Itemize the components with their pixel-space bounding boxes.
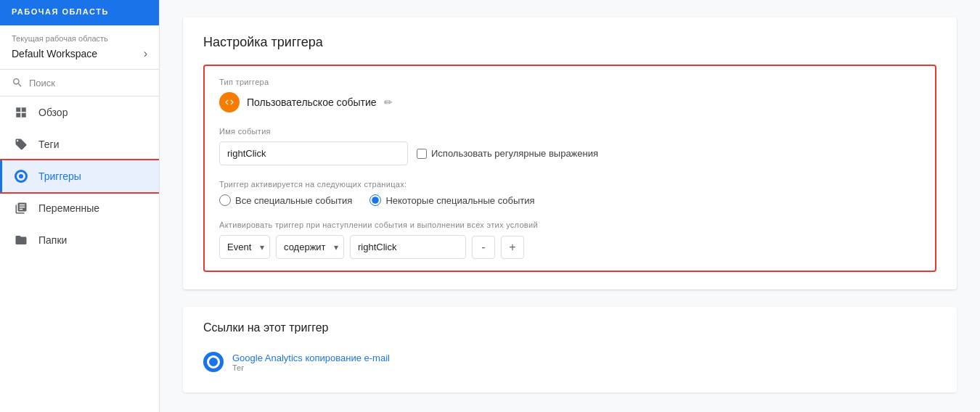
sidebar-item-triggers[interactable]: Триггеры — [0, 160, 159, 192]
linked-tag-type: Тег — [232, 363, 390, 372]
sidebar-item-label-triggers: Триггеры — [38, 170, 81, 182]
condition-operator-wrapper: содержит — [276, 235, 344, 259]
triggers-icon — [14, 169, 28, 184]
radio-some-text: Некоторые специальные события — [385, 195, 534, 206]
radio-group: Все специальные события Некоторые специа… — [219, 194, 920, 206]
search-placeholder: Поиск — [29, 78, 55, 88]
panel-title: Настройка триггера — [203, 35, 936, 50]
sidebar-item-folders[interactable]: Папки — [0, 224, 159, 256]
event-name-group: Имя события Использовать регулярные выра… — [219, 127, 920, 165]
fires-label: Триггер активируется на следующих страни… — [219, 180, 920, 189]
trigger-type-row: Пользовательское событие ✏ — [219, 92, 920, 112]
search-bar[interactable]: Поиск — [0, 70, 159, 96]
sidebar-item-overview[interactable]: Обзор — [0, 96, 159, 128]
linked-tag-icon — [203, 352, 224, 372]
chevron-right-icon: › — [144, 47, 147, 60]
folders-icon — [14, 233, 28, 247]
trigger-type-name: Пользовательское событие — [247, 96, 377, 108]
list-item: Google Analytics копирование e-mail Тег — [203, 346, 936, 378]
event-name-row: Использовать регулярные выражения — [219, 141, 920, 165]
link-item-info: Google Analytics копирование e-mail Тег — [232, 353, 390, 372]
add-condition-button[interactable]: + — [501, 236, 524, 259]
linked-tag-name[interactable]: Google Analytics копирование e-mail — [232, 353, 390, 363]
nav-items: Обзор Теги Триггеры Переменные — [0, 96, 159, 412]
condition-field-wrapper: Event — [219, 235, 270, 259]
condition-section: Активировать триггер при наступлении соб… — [219, 221, 920, 259]
condition-label: Активировать триггер при наступлении соб… — [219, 221, 920, 229]
remove-condition-button[interactable]: - — [472, 236, 495, 259]
sidebar-item-label-variables: Переменные — [38, 202, 99, 214]
condition-row: Event содержит - + — [219, 235, 920, 259]
radio-all-text: Все специальные события — [235, 195, 352, 206]
radio-some-events-label[interactable]: Некоторые специальные события — [369, 194, 534, 206]
regex-checkbox[interactable] — [417, 149, 427, 159]
regex-label-text: Использовать регулярные выражения — [431, 148, 598, 159]
condition-value-input[interactable] — [350, 235, 466, 259]
sidebar-item-label-folders: Папки — [38, 234, 67, 246]
variables-icon — [14, 201, 28, 215]
sidebar-item-tags[interactable]: Теги — [0, 128, 159, 160]
radio-all-events[interactable] — [219, 194, 231, 206]
search-icon — [12, 77, 23, 88]
sidebar-item-label-overview: Обзор — [38, 107, 68, 118]
links-section: Ссылки на этот триггер Google Analytics … — [183, 307, 957, 392]
main-content: Настройка триггера Тип триггера Пользова… — [160, 0, 980, 412]
edit-icon[interactable]: ✏ — [384, 96, 393, 108]
fires-on-section: Триггер активируется на следующих страни… — [219, 180, 920, 206]
workspace-name-text: Default Workspace — [12, 48, 97, 59]
sidebar-header: РАБОЧАЯ ОБЛАСТЬ — [0, 0, 159, 25]
workspace-selector[interactable]: Default Workspace › — [12, 47, 147, 60]
event-name-input[interactable] — [219, 141, 408, 165]
event-name-label: Имя события — [219, 127, 920, 136]
condition-field-select[interactable]: Event — [219, 235, 270, 259]
links-title: Ссылки на этот триггер — [203, 321, 936, 334]
type-label: Тип триггера — [219, 78, 920, 86]
workspace-section: Текущая рабочая область Default Workspac… — [0, 25, 159, 70]
radio-all-events-label[interactable]: Все специальные события — [219, 194, 352, 206]
trigger-panel: Настройка триггера Тип триггера Пользова… — [183, 17, 957, 289]
overview-icon — [14, 105, 28, 120]
workspace-label: Текущая рабочая область — [12, 34, 147, 43]
sidebar: РАБОЧАЯ ОБЛАСТЬ Текущая рабочая область … — [0, 0, 160, 412]
trigger-config: Тип триггера Пользовательское событие ✏ … — [203, 65, 936, 272]
regex-checkbox-label[interactable]: Использовать регулярные выражения — [417, 148, 598, 159]
tags-icon — [14, 137, 28, 152]
sidebar-item-label-tags: Теги — [38, 139, 59, 150]
condition-operator-select[interactable]: содержит — [276, 235, 344, 259]
sidebar-item-variables[interactable]: Переменные — [0, 192, 159, 224]
radio-some-events[interactable] — [369, 194, 381, 206]
trigger-type-icon — [219, 92, 240, 112]
